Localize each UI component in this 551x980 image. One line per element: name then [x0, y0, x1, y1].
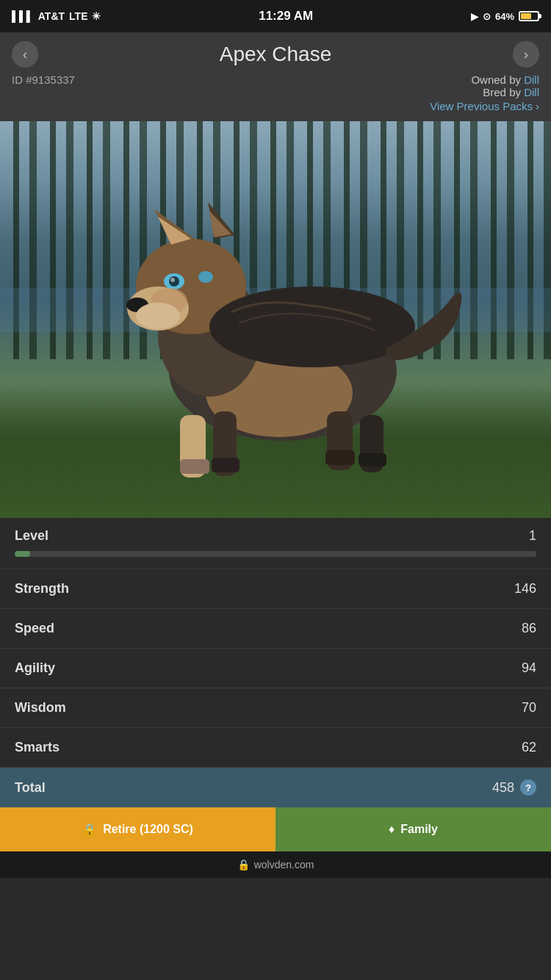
page-header-nav: ‹ Apex Chase › [12, 41, 539, 68]
family-button-label: Family [400, 823, 438, 836]
status-right: ▶ ⊙ 64% [471, 11, 539, 22]
wisdom-row: Wisdom 70 [0, 688, 551, 728]
agility-row: Agility 94 [0, 649, 551, 688]
svg-marker-9 [209, 211, 231, 237]
svg-rect-22 [359, 453, 386, 466]
speed-value: 86 [522, 621, 536, 636]
status-time: 11:29 AM [259, 9, 313, 24]
bottom-lock-icon: 🔒 [237, 859, 250, 871]
smarts-label: Smarts [15, 740, 60, 755]
forward-arrow-icon: › [524, 47, 528, 62]
bred-by-user-link[interactable]: Dill [524, 86, 539, 98]
level-bar-container [0, 548, 551, 569]
bred-by-label: Bred by [483, 86, 521, 98]
svg-point-14 [209, 287, 415, 367]
carrier-label: AT&T [38, 10, 65, 22]
svg-point-24 [136, 303, 180, 329]
wolf-id: ID #9135337 [12, 73, 75, 86]
svg-point-13 [198, 271, 213, 283]
wolf-illustration [84, 151, 467, 489]
strength-value: 146 [514, 581, 536, 597]
signal-icon: ▌▌▌ [12, 10, 34, 22]
wolf-image-container [0, 121, 551, 518]
smarts-row: Smarts 62 [0, 728, 551, 768]
location-icon: ▶ [471, 11, 478, 22]
battery-percent: 64% [495, 11, 514, 22]
level-row: Level 1 [0, 518, 551, 548]
back-arrow-icon: ‹ [23, 47, 27, 62]
status-left: ▌▌▌ AT&T LTE ✳ [12, 10, 101, 22]
speed-row: Speed 86 [0, 609, 551, 649]
speed-label: Speed [15, 621, 54, 636]
family-diamond-icon: ♦ [389, 823, 395, 836]
level-bar [15, 551, 536, 557]
status-bar: ▌▌▌ AT&T LTE ✳ 11:29 AM ▶ ⊙ 64% [0, 0, 551, 32]
page-meta: ID #9135337 Owned by Dill Bred by Dill V… [12, 71, 539, 115]
owned-by-line: Owned by Dill [430, 73, 539, 86]
smarts-value: 62 [522, 740, 536, 755]
owned-by-user-link[interactable]: Dill [524, 73, 539, 86]
wolf-svg [84, 151, 467, 489]
total-row: Total 458 ? [0, 768, 551, 807]
bred-by-line: Bred by Dill [430, 86, 539, 98]
network-label: LTE [69, 10, 87, 22]
stats-section: Level 1 Strength 146 Speed 86 Agility 94… [0, 518, 551, 807]
family-button[interactable]: ♦ Family [276, 807, 551, 851]
forward-nav-button[interactable]: › [513, 41, 539, 68]
wolf-name-title: Apex Chase [38, 43, 513, 66]
total-value-group: 458 ? [492, 779, 536, 796]
level-value: 1 [529, 528, 536, 544]
view-previous-packs-link[interactable]: View Previous Packs › [430, 100, 539, 112]
strength-label: Strength [15, 581, 69, 597]
bottom-buttons: 🔒 Retire (1200 SC) ♦ Family [0, 807, 551, 851]
ownership-info: Owned by Dill Bred by Dill View Previous… [430, 73, 539, 112]
total-help-icon[interactable]: ? [520, 779, 536, 796]
owned-by-label: Owned by [471, 73, 521, 86]
activity-icon: ✳ [92, 10, 101, 22]
wisdom-value: 70 [522, 700, 536, 716]
bottom-bar: 🔒 wolvden.com [0, 851, 551, 878]
svg-point-12 [170, 278, 175, 282]
svg-rect-16 [180, 459, 209, 474]
lock-status-icon: ⊙ [483, 11, 491, 22]
retire-button-label: Retire (1200 SC) [103, 823, 193, 836]
battery-fill [521, 13, 531, 19]
wisdom-label: Wisdom [15, 700, 66, 716]
view-previous-packs-text: View Previous Packs [430, 100, 533, 112]
svg-rect-18 [212, 458, 240, 472]
battery-icon [519, 11, 539, 21]
wolf-image-background [0, 121, 551, 518]
back-nav-button[interactable]: ‹ [12, 41, 38, 68]
total-label: Total [15, 780, 46, 796]
domain-label: wolvden.com [254, 859, 314, 871]
total-value: 458 [492, 780, 514, 796]
svg-rect-20 [325, 450, 355, 465]
level-bar-fill [15, 551, 30, 557]
retire-button[interactable]: 🔒 Retire (1200 SC) [0, 807, 276, 851]
strength-row: Strength 146 [0, 569, 551, 609]
view-previous-chevron-icon: › [536, 100, 539, 112]
agility-label: Agility [15, 660, 55, 676]
level-label: Level [15, 528, 48, 544]
retire-lock-icon: 🔒 [82, 823, 97, 837]
agility-value: 94 [522, 660, 536, 676]
page-header: ‹ Apex Chase › ID #9135337 Owned by Dill… [0, 32, 551, 121]
